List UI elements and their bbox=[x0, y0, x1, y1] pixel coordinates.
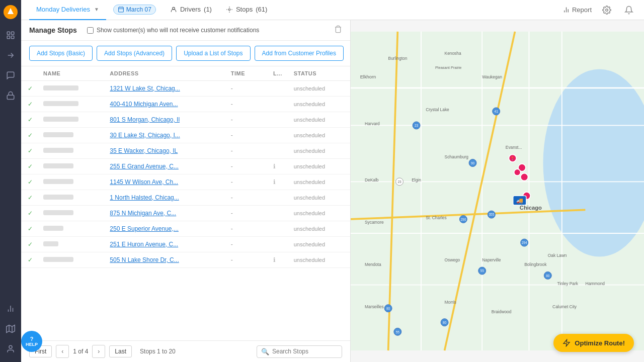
help-button[interactable]: ? HELP bbox=[21, 331, 42, 352]
sidebar-item-lock[interactable] bbox=[2, 86, 20, 105]
svg-text:Burlington: Burlington bbox=[388, 56, 408, 61]
row-check[interactable]: ✓ bbox=[21, 237, 39, 252]
row-time: - bbox=[227, 190, 269, 206]
row-check[interactable]: ✓ bbox=[21, 97, 39, 112]
row-status: unscheduled bbox=[290, 237, 350, 252]
address-link[interactable]: 255 E Grand Avenue, C... bbox=[110, 163, 179, 170]
row-address[interactable]: 250 E Superior Avenue,... bbox=[106, 221, 226, 237]
app-logo[interactable] bbox=[3, 4, 19, 20]
row-address[interactable]: 30 E Lake St, Chicago, I... bbox=[106, 128, 226, 143]
add-stops-basic-button[interactable]: Add Stops (Basic) bbox=[29, 46, 93, 61]
row-load bbox=[269, 206, 290, 221]
page-info: 1 of 4 bbox=[73, 348, 88, 355]
row-name bbox=[39, 112, 106, 128]
table-row: ✓ 35 E Wacker, Chicago, IL - unscheduled bbox=[21, 143, 350, 159]
sidebar-item-map[interactable] bbox=[2, 320, 20, 338]
check-icon: ✓ bbox=[28, 147, 33, 154]
row-check[interactable]: ✓ bbox=[21, 206, 39, 221]
address-link[interactable]: 250 E Superior Avenue,... bbox=[110, 225, 179, 232]
svg-marker-92 bbox=[564, 339, 570, 346]
svg-text:Oak Lawn: Oak Lawn bbox=[548, 253, 567, 258]
add-stops-advanced-button[interactable]: Add Stops (Advanced) bbox=[97, 46, 172, 61]
row-check[interactable]: ✓ bbox=[21, 128, 39, 143]
address-link[interactable]: 35 E Wacker, Chicago, IL bbox=[110, 147, 178, 154]
next-page-button[interactable]: › bbox=[92, 345, 105, 358]
row-address[interactable]: 251 E Huron Avenue, C... bbox=[106, 237, 226, 252]
row-address[interactable]: 35 E Wacker, Chicago, IL bbox=[106, 143, 226, 159]
notification-label: Show customer(s) who will not receive cu… bbox=[97, 27, 259, 34]
row-load bbox=[269, 143, 290, 159]
upload-list-button[interactable]: Upload a List of Stops bbox=[176, 46, 250, 61]
sidebar-item-messages[interactable] bbox=[2, 66, 20, 84]
notification-checkbox[interactable] bbox=[87, 27, 94, 34]
row-name bbox=[39, 81, 106, 97]
tab-date[interactable]: March 07 bbox=[106, 0, 163, 20]
address-link[interactable]: 1145 W Wilson Ave, Ch... bbox=[110, 178, 178, 186]
svg-point-19 bbox=[228, 9, 230, 11]
svg-text:Oswego: Oswego bbox=[445, 257, 460, 262]
row-address[interactable]: 505 N Lake Shore Dr, C... bbox=[106, 252, 226, 268]
row-load bbox=[269, 97, 290, 112]
sidebar-item-person[interactable] bbox=[2, 340, 20, 358]
row-check[interactable]: ✓ bbox=[21, 174, 39, 190]
date-label: March 07 bbox=[126, 6, 151, 13]
settings-icon[interactable] bbox=[600, 3, 614, 17]
row-name bbox=[39, 252, 106, 268]
report-button[interactable]: Report bbox=[562, 6, 592, 14]
col-header-load: L... bbox=[269, 66, 290, 81]
svg-text:80: 80 bbox=[386, 307, 390, 310]
address-link[interactable]: 1321 W Lake St, Chicag... bbox=[110, 85, 180, 92]
row-check[interactable]: ✓ bbox=[21, 81, 39, 97]
row-status: unscheduled bbox=[290, 81, 350, 97]
sidebar-item-routes[interactable] bbox=[2, 46, 20, 64]
trash-icon[interactable] bbox=[334, 25, 342, 35]
search-stops-container: 🔍 bbox=[257, 345, 342, 358]
row-check[interactable]: ✓ bbox=[21, 112, 39, 128]
row-address[interactable]: 1321 W Lake St, Chicag... bbox=[106, 81, 226, 97]
row-name bbox=[39, 128, 106, 143]
row-check[interactable]: ✓ bbox=[21, 190, 39, 206]
address-link[interactable]: 251 E Huron Avenue, C... bbox=[110, 241, 178, 248]
tab-stops[interactable]: Stops (61) bbox=[219, 0, 274, 20]
row-address[interactable]: 400-410 Michigan Aven... bbox=[106, 97, 226, 112]
row-check[interactable]: ✓ bbox=[21, 143, 39, 159]
address-link[interactable]: 875 N Michigan Ave, C... bbox=[110, 210, 176, 217]
row-check[interactable]: ✓ bbox=[21, 159, 39, 174]
search-stops-input[interactable] bbox=[272, 348, 338, 355]
address-link[interactable]: 30 E Lake St, Chicago, I... bbox=[110, 132, 180, 139]
svg-text:Sycamore: Sycamore bbox=[365, 220, 384, 225]
svg-text:Calumet City: Calumet City bbox=[552, 304, 577, 309]
row-name bbox=[39, 206, 106, 221]
row-status: unscheduled bbox=[290, 252, 350, 268]
table-row: ✓ 875 N Michigan Ave, C... - unscheduled bbox=[21, 206, 350, 221]
address-link[interactable]: 505 N Lake Shore Dr, C... bbox=[110, 256, 179, 263]
svg-text:DeKalb: DeKalb bbox=[365, 177, 379, 183]
check-icon: ✓ bbox=[28, 210, 33, 217]
sidebar-item-analytics[interactable] bbox=[2, 300, 20, 318]
notifications-icon[interactable] bbox=[622, 3, 636, 17]
optimize-route-button[interactable]: Optimize Route! bbox=[553, 334, 634, 352]
address-link[interactable]: 400-410 Michigan Aven... bbox=[110, 101, 178, 108]
tab-route-name[interactable]: Monday Deliveries ▼ bbox=[29, 0, 106, 20]
sidebar-item-home[interactable] bbox=[2, 26, 20, 44]
check-icon: ✓ bbox=[28, 178, 33, 186]
last-page-button[interactable]: Last bbox=[109, 345, 132, 357]
row-time: - bbox=[227, 237, 269, 252]
row-address[interactable]: 255 E Grand Avenue, C... bbox=[106, 159, 226, 174]
row-address[interactable]: 875 N Michigan Ave, C... bbox=[106, 206, 226, 221]
svg-point-23 bbox=[606, 9, 608, 11]
main-content: Monday Deliveries ▼ March 07 Drivers (1)… bbox=[21, 0, 644, 362]
prev-page-button[interactable]: ‹ bbox=[56, 345, 69, 358]
address-link[interactable]: 1 North Halsted, Chicag... bbox=[110, 194, 179, 201]
tab-drivers[interactable]: Drivers (1) bbox=[163, 0, 219, 20]
row-address[interactable]: 801 S Morgan, Chicago, Il bbox=[106, 112, 226, 128]
row-check[interactable]: ✓ bbox=[21, 221, 39, 237]
check-icon: ✓ bbox=[28, 101, 33, 108]
row-check[interactable]: ✓ bbox=[21, 252, 39, 268]
address-link[interactable]: 801 S Morgan, Chicago, Il bbox=[110, 116, 180, 123]
table-row: ✓ 255 E Grand Avenue, C... - ℹ unschedul… bbox=[21, 159, 350, 174]
add-from-profiles-button[interactable]: Add from Customer Profiles bbox=[255, 46, 344, 61]
row-address[interactable]: 1145 W Wilson Ave, Ch... bbox=[106, 174, 226, 190]
row-address[interactable]: 1 North Halsted, Chicag... bbox=[106, 190, 226, 206]
date-tag[interactable]: March 07 bbox=[113, 5, 156, 15]
